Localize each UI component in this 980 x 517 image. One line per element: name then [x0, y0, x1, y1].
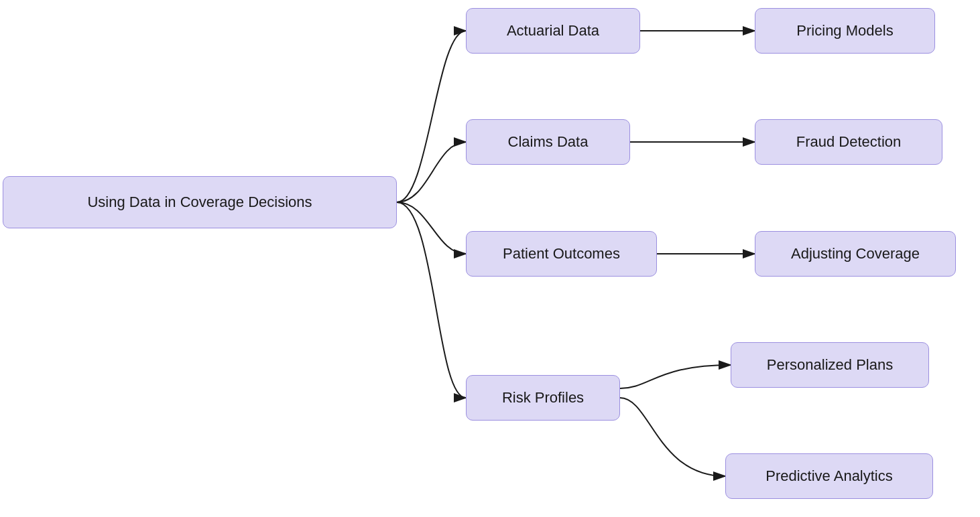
node-risk-label: Risk Profiles [502, 389, 584, 407]
node-personalized-label: Personalized Plans [767, 356, 893, 374]
node-claims-label: Claims Data [508, 133, 589, 151]
node-fraud-label: Fraud Detection [796, 133, 902, 151]
node-root-label: Using Data in Coverage Decisions [87, 194, 312, 211]
node-claims: Claims Data [466, 119, 630, 165]
node-predictive-label: Predictive Analytics [765, 467, 893, 485]
node-pricing-label: Pricing Models [796, 22, 893, 40]
node-personalized: Personalized Plans [731, 342, 929, 388]
node-adjusting: Adjusting Coverage [755, 231, 956, 277]
node-risk: Risk Profiles [466, 375, 620, 421]
diagram-container: Using Data in Coverage Decisions Actuari… [0, 0, 980, 517]
node-patient-label: Patient Outcomes [503, 245, 620, 263]
node-actuarial: Actuarial Data [466, 8, 640, 54]
node-pricing: Pricing Models [755, 8, 935, 54]
node-adjusting-label: Adjusting Coverage [791, 245, 920, 263]
node-fraud: Fraud Detection [755, 119, 942, 165]
node-predictive: Predictive Analytics [725, 453, 933, 499]
node-patient: Patient Outcomes [466, 231, 657, 277]
node-actuarial-label: Actuarial Data [507, 22, 599, 40]
node-root: Using Data in Coverage Decisions [3, 176, 397, 228]
